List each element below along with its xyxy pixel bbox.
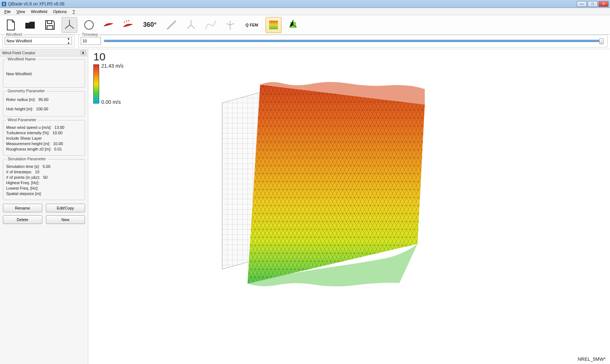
svg-rect-2 xyxy=(47,26,53,29)
maximize-button[interactable]: □ xyxy=(588,1,598,7)
wind-param-legend: Wind Parameter xyxy=(6,118,38,122)
windfield-selector-group: Windfield New Windfield ▼▲ xyxy=(2,35,75,47)
colorbar-min-label: 0.00 m/s xyxy=(101,99,121,105)
spatial-label: Spatial stepsize [m]: xyxy=(6,191,42,196)
timestep-display: 10 xyxy=(93,51,105,63)
wind-param-group: Wind Parameter Mean wind speed u [m/s]:1… xyxy=(3,120,85,156)
meas-h-value: 10.00 xyxy=(53,141,63,146)
geometry-legend: Geometry Parameter xyxy=(6,89,46,93)
lfreq-label: Lowest Freq. [Hz]: xyxy=(6,186,38,190)
delete-button[interactable]: Delete xyxy=(3,215,42,224)
timestep-group: Timestep xyxy=(78,35,608,47)
colorbar-max-label: 21.43 m/s xyxy=(101,63,123,69)
menu-windfield[interactable]: Windfield xyxy=(28,9,50,14)
circle-tool-button[interactable] xyxy=(81,17,97,33)
svg-marker-12 xyxy=(247,85,425,284)
airfoil-points-button[interactable] xyxy=(120,17,136,33)
svg-rect-1 xyxy=(47,21,52,24)
svg-point-5 xyxy=(126,20,127,21)
menu-file[interactable]: File xyxy=(1,9,14,14)
windfield-combo-value: New Windfield xyxy=(7,39,32,43)
turb-label: Turbulence intensity [%]: xyxy=(6,131,50,135)
axes-view-button[interactable] xyxy=(62,17,77,33)
geometry-group: Geometry Parameter Rotor radius [m]:95.0… xyxy=(3,91,85,117)
qfem-button[interactable]: Q FEM xyxy=(242,17,262,33)
minimize-button[interactable]: — xyxy=(577,1,587,7)
menu-help[interactable]: ? xyxy=(70,9,78,14)
sim-param-group: Simulation Parameter Simulation time [s]… xyxy=(3,159,85,200)
windfield-group-label: Windfield xyxy=(5,32,23,37)
timestep-slider[interactable] xyxy=(104,40,602,42)
app-icon xyxy=(1,1,7,7)
svg-rect-7 xyxy=(269,21,278,29)
hub-height-label: Hub height [m]: xyxy=(6,107,33,111)
dock-toggle-icon[interactable]: ▣ xyxy=(81,51,86,55)
toolbar: 360° Q FEM xyxy=(0,15,610,35)
timestep-group-label: Timestep xyxy=(81,32,99,37)
control-bar: Windfield New Windfield ▼▲ Timestep xyxy=(0,35,610,49)
editcopy-button[interactable]: Edit/Copy xyxy=(46,204,85,212)
windfield-combo[interactable]: New Windfield ▼▲ xyxy=(5,37,72,45)
windfield-surface xyxy=(211,70,446,295)
svg-point-3 xyxy=(85,21,93,29)
rotor-radius-value: 95.00 xyxy=(38,97,48,102)
curves-tool-button[interactable] xyxy=(203,17,219,33)
n-pts-label: # of points (in y&z): xyxy=(6,175,40,179)
save-button[interactable] xyxy=(42,17,58,33)
rotor-radius-label: Rotor radius [m]: xyxy=(6,97,35,102)
windfield-view-button[interactable] xyxy=(266,17,281,33)
rotor-tool-button[interactable] xyxy=(183,17,199,33)
windfield-name-value: New Windfield xyxy=(6,72,31,76)
colorbar xyxy=(93,64,99,103)
windfield-name-group: Windfield Name New Windfield xyxy=(3,59,85,88)
rename-button[interactable]: Rename xyxy=(3,204,42,212)
meas-h-label: Measurement height [m]: xyxy=(6,141,50,146)
turbine-sim-button[interactable] xyxy=(285,17,301,33)
menubar: File View Windfield Options ? xyxy=(0,8,610,15)
panel-header: Wind Field Creator ▣ xyxy=(0,49,88,56)
close-button[interactable]: ✕ xyxy=(598,1,609,7)
sidebar: Wind Field Creator ▣ Windfield Name New … xyxy=(0,49,88,364)
turb-value: 10.00 xyxy=(52,131,63,135)
new-file-button[interactable] xyxy=(3,17,19,33)
menu-options[interactable]: Options xyxy=(50,9,70,14)
sim-time-label: Simulation time [s]: xyxy=(6,164,40,169)
panel-title: Wind Field Creator xyxy=(2,51,35,55)
mean-ws-label: Mean wind speed u [m/s]: xyxy=(6,125,51,130)
project-name-label: NREL_5MW* xyxy=(578,356,606,362)
open-file-button[interactable] xyxy=(22,17,38,33)
turbine-tool-button[interactable] xyxy=(222,17,238,33)
combo-arrow-icon: ▼▲ xyxy=(67,37,70,45)
viewport-3d[interactable]: 10 21.43 m/s 0.00 m/s NREL_5MW* xyxy=(88,49,610,364)
shear-label: Include Shear Layer xyxy=(6,136,42,140)
sim-param-legend: Simulation Parameter xyxy=(6,157,47,161)
new-button[interactable]: New xyxy=(46,215,85,224)
hfreq-label: Highest Freq. [Hz]: xyxy=(6,181,39,185)
sim-time-value: 5.00 xyxy=(43,164,50,169)
windfield-name-legend: Windfield Name xyxy=(6,57,37,61)
n-ts-value: 10 xyxy=(35,170,39,174)
hub-height-value: 100.00 xyxy=(36,107,48,111)
menu-view[interactable]: View xyxy=(14,9,28,14)
window-title: QBlade v0.8 on XFLR5 v6.06 xyxy=(8,1,577,7)
n-pts-value: 50 xyxy=(43,175,47,179)
blade-tool-button[interactable] xyxy=(164,17,179,33)
n-ts-label: # of timesteps: xyxy=(6,170,32,174)
polar-360-button[interactable]: 360° xyxy=(140,17,160,33)
titlebar: QBlade v0.8 on XFLR5 v6.06 — □ ✕ xyxy=(0,0,610,8)
rough-value: 0.01 xyxy=(54,147,62,151)
timestep-input[interactable] xyxy=(81,37,101,45)
rough-label: Roughness length z0 [m]: xyxy=(6,147,51,151)
timestep-slider-thumb[interactable] xyxy=(599,38,603,44)
airfoil-red-button[interactable] xyxy=(101,17,117,33)
mean-ws-value: 13.00 xyxy=(54,125,64,130)
svg-point-4 xyxy=(124,21,125,22)
svg-point-6 xyxy=(128,20,130,21)
